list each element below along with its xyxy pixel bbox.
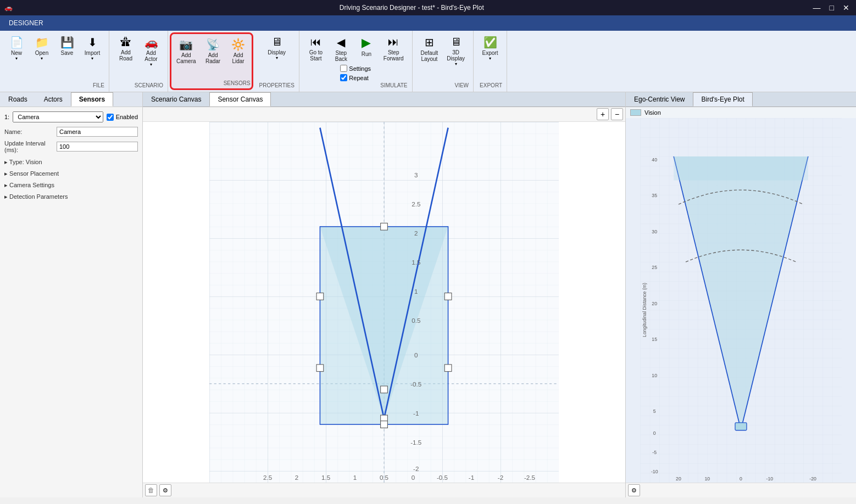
default-layout-button[interactable]: ⊞ DefaultLayout xyxy=(417,33,442,65)
step-back-label: StepBack xyxy=(335,50,347,62)
properties-group-label: PROPERTIES xyxy=(259,82,294,89)
titlebar-title: Driving Scenario Designer - test* - Bird… xyxy=(340,4,484,12)
svg-text:1.5: 1.5 xyxy=(321,474,330,481)
add-radar-button[interactable]: 📡 AddRadar xyxy=(201,35,225,67)
export-dropdown-arrow: ▾ xyxy=(489,56,491,61)
svg-text:35: 35 xyxy=(652,193,657,198)
go-to-start-button[interactable]: ⏮ Go toStart xyxy=(304,33,328,64)
step-back-button[interactable]: ◀ StepBack xyxy=(329,33,353,65)
sensor-select[interactable]: Camera xyxy=(13,111,103,122)
properties-buttons: 🖥 Display ▾ xyxy=(264,33,290,81)
menu-designer[interactable]: DESIGNER xyxy=(4,17,48,29)
new-icon: 📄 xyxy=(10,36,24,49)
sensor-selector-row: 1: Camera Enabled xyxy=(4,111,138,122)
import-dropdown-arrow: ▾ xyxy=(91,56,93,61)
titlebar: 🚗 Driving Scenario Designer - test* - Bi… xyxy=(0,0,856,15)
tab-actors[interactable]: Actors xyxy=(36,92,71,107)
scenario-buttons: 🛣 AddRoad 🚗 AddActor ▾ xyxy=(114,33,163,81)
svg-text:20: 20 xyxy=(676,476,681,481)
tab-ego-centric[interactable]: Ego-Centric View xyxy=(626,92,693,107)
ribbon-sensors-group: 📷 AddCamera 📡 AddRadar 🔆 AddLidar SENSOR… xyxy=(170,32,253,90)
simulate-group-label: SIMULATE xyxy=(380,82,407,89)
add-actor-button[interactable]: 🚗 AddActor ▾ xyxy=(139,33,163,70)
left-panel-tabs: Roads Actors Sensors xyxy=(0,92,142,107)
sensor-canvas: 3 2.5 2 1.5 1 0.5 0 -0.5 -1 -1.5 -2 2.5 … xyxy=(143,122,625,483)
svg-text:-10: -10 xyxy=(766,476,774,481)
tab-roads[interactable]: Roads xyxy=(0,92,36,107)
3d-display-dropdown-arrow: ▾ xyxy=(455,61,457,66)
settings-checkbox[interactable] xyxy=(340,65,347,72)
step-forward-label: StepForward xyxy=(383,49,404,61)
tab-sensors[interactable]: Sensors xyxy=(71,92,113,107)
maximize-button[interactable]: □ xyxy=(827,3,836,12)
add-actor-label: AddActor xyxy=(144,50,157,62)
type-vision-section[interactable]: ▸ Type: Vision xyxy=(4,156,138,168)
detection-parameters-section[interactable]: ▸ Detection Parameters xyxy=(4,191,138,203)
add-road-button[interactable]: 🛣 AddRoad xyxy=(114,33,138,64)
svg-rect-10 xyxy=(381,223,388,230)
canvas-tabs: Scenario Canvas Sensor Canvas xyxy=(143,92,625,107)
update-interval-field[interactable] xyxy=(57,142,138,152)
sensor-canvas-svg: 3 2.5 2 1.5 1 0.5 0 -0.5 -1 -1.5 -2 2.5 … xyxy=(143,122,625,483)
left-panel: Roads Actors Sensors 1: Camera Enabled N… xyxy=(0,92,143,497)
tab-birds-eye-plot[interactable]: Bird's-Eye Plot xyxy=(693,92,752,107)
titlebar-controls: — □ ✕ xyxy=(811,3,852,12)
repeat-checkbox[interactable] xyxy=(340,74,347,81)
sensor-selector-prefix: 1: xyxy=(4,114,9,120)
minimize-button[interactable]: — xyxy=(811,3,823,12)
right-panel-bottom-toolbar: ⚙ xyxy=(626,483,856,497)
run-button[interactable]: ▶ Run xyxy=(354,33,379,60)
svg-text:-0.5: -0.5 xyxy=(410,380,421,388)
add-lidar-button[interactable]: 🔆 AddLidar xyxy=(226,35,251,67)
delete-button[interactable]: 🗑 xyxy=(145,484,157,496)
tab-scenario-canvas[interactable]: Scenario Canvas xyxy=(143,92,209,107)
lidar-icon: 🔆 xyxy=(231,38,245,51)
svg-text:-1.5: -1.5 xyxy=(410,439,421,446)
name-field[interactable] xyxy=(57,127,138,137)
export-group-label: EXPORT xyxy=(480,82,502,89)
titlebar-icon: 🚗 xyxy=(4,4,13,12)
close-button[interactable]: ✕ xyxy=(841,3,852,12)
view-buttons: ⊞ DefaultLayout 🖥 3DDisplay ▾ xyxy=(417,33,469,81)
display-button[interactable]: 🖥 Display ▾ xyxy=(264,33,290,63)
settings-bottom-button[interactable]: ⚙ xyxy=(159,484,171,496)
center-area: Scenario Canvas Sensor Canvas + − xyxy=(143,92,625,497)
open-button[interactable]: 📁 Open ▾ xyxy=(30,33,54,64)
ribbon-simulate-group: ⏮ Go toStart ◀ StepBack ▶ Run ⏭ StepForw… xyxy=(299,31,413,92)
3d-display-button[interactable]: 🖥 3DDisplay ▾ xyxy=(443,33,469,69)
svg-text:2.5: 2.5 xyxy=(263,474,272,481)
step-forward-button[interactable]: ⏭ StepForward xyxy=(380,33,408,64)
enabled-checkbox[interactable] xyxy=(107,114,114,121)
enabled-row: Enabled xyxy=(107,114,138,121)
step-forward-icon: ⏭ xyxy=(388,36,399,48)
save-label: Save xyxy=(61,50,74,56)
export-button[interactable]: ✅ Export ▾ xyxy=(478,33,502,64)
svg-text:3: 3 xyxy=(414,171,418,178)
camera-settings-section[interactable]: ▸ Camera Settings xyxy=(4,180,138,191)
svg-rect-13 xyxy=(444,365,452,372)
add-road-label: AddRoad xyxy=(119,49,132,61)
right-settings-button[interactable]: ⚙ xyxy=(628,484,640,496)
3d-display-icon: 🖥 xyxy=(451,36,462,48)
svg-text:-0.5: -0.5 xyxy=(437,474,448,481)
ribbon: 📄 New ▾ 📁 Open ▾ 💾 Save ⬇ Import ▾ FILE xyxy=(0,31,856,92)
ribbon-scenario-group: 🛣 AddRoad 🚗 AddActor ▾ SCENARIO xyxy=(109,31,168,92)
tab-sensor-canvas[interactable]: Sensor Canvas xyxy=(209,92,271,107)
add-camera-button[interactable]: 📷 AddCamera xyxy=(173,35,200,67)
add-actor-icon: 🚗 xyxy=(144,36,158,49)
import-button[interactable]: ⬇ Import ▾ xyxy=(80,33,104,64)
sensor-placement-section[interactable]: ▸ Sensor Placement xyxy=(4,168,138,180)
birds-eye-svg: 40 35 30 25 20 15 10 5 0 -5 -10 Longitud… xyxy=(626,118,856,483)
svg-text:0: 0 xyxy=(412,474,415,481)
save-button[interactable]: 💾 Save xyxy=(55,33,79,59)
svg-rect-12 xyxy=(316,365,324,372)
svg-rect-18 xyxy=(381,421,388,428)
enabled-label: Enabled xyxy=(116,114,138,120)
canvas-zoom-in-button[interactable]: + xyxy=(597,108,609,120)
export-icon: ✅ xyxy=(483,36,497,49)
open-label: Open xyxy=(35,50,48,56)
new-button[interactable]: 📄 New ▾ xyxy=(4,33,29,64)
export-label: Export xyxy=(482,50,498,56)
import-label: Import xyxy=(85,50,100,56)
canvas-zoom-out-button[interactable]: − xyxy=(611,108,623,120)
